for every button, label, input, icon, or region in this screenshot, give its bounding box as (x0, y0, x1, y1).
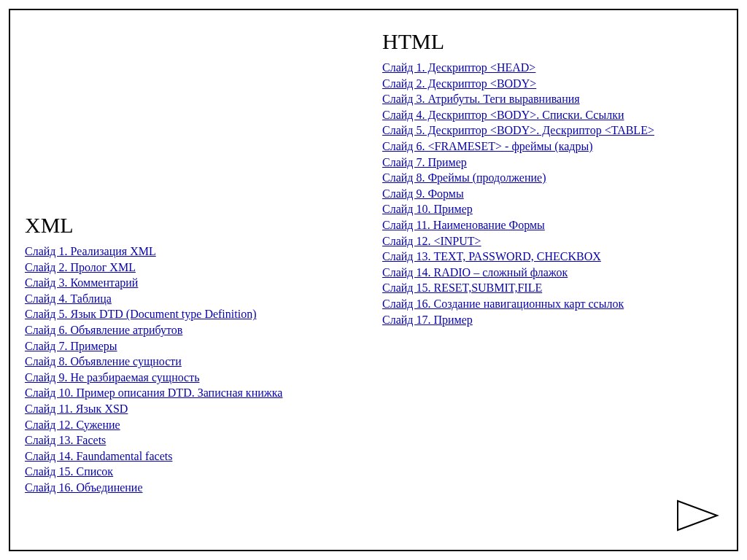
xml-link-12[interactable]: Слайд 12. Сужение (25, 419, 120, 431)
play-button[interactable] (676, 499, 719, 532)
svg-marker-0 (678, 501, 717, 530)
html-link-5[interactable]: Слайд 5. Дескриптор <BODY>. Дескриптор <… (382, 124, 654, 136)
xml-link-1[interactable]: Слайд 1. Реализация XML (25, 245, 156, 257)
html-link-1[interactable]: Слайд 1. Дескриптор <HEAD> (382, 61, 535, 74)
html-link-4[interactable]: Слайд 4. Дескриптор <BODY>. Списки. Ссыл… (382, 109, 624, 121)
xml-link-7[interactable]: Слайд 7. Примеры (25, 340, 117, 352)
xml-link-5[interactable]: Слайд 5. Язык DTD (Document type Definit… (25, 308, 256, 320)
html-link-15[interactable]: Слайд 15. RESET,SUBMIT,FILE (382, 281, 542, 294)
html-link-list: Слайд 1. Дескриптор <HEAD>Слайд 2. Дескр… (382, 60, 732, 327)
html-link-8[interactable]: Слайд 8. Фреймы (продолжение) (382, 171, 546, 184)
html-link-7[interactable]: Слайд 7. Пример (382, 156, 467, 168)
xml-link-list: Слайд 1. Реализация XMLСлайд 2. Пролог X… (25, 244, 368, 496)
html-link-13[interactable]: Слайд 13. TEXT, PASSWORD, CHECKBOX (382, 250, 601, 262)
html-link-10[interactable]: Слайд 10. Пример (382, 203, 473, 215)
html-link-17[interactable]: Слайд 17. Пример (382, 314, 473, 326)
xml-link-2[interactable]: Слайд 2. Пролог XML (25, 261, 136, 273)
xml-link-6[interactable]: Слайд 6. Объявление атрибутов (25, 324, 182, 336)
html-heading: HTML (382, 29, 732, 54)
slide-frame: HTML Слайд 1. Дескриптор <HEAD>Слайд 2. … (9, 9, 738, 551)
xml-link-4[interactable]: Слайд 4. Таблица (25, 292, 112, 305)
xml-link-13[interactable]: Слайд 13. Facets (25, 434, 106, 446)
xml-heading: XML (25, 213, 368, 238)
xml-section: XML Слайд 1. Реализация XMLСлайд 2. Прол… (25, 213, 368, 496)
html-link-6[interactable]: Слайд 6. <FRAMESET> - фреймы (кадры) (382, 140, 593, 152)
xml-link-3[interactable]: Слайд 3. Комментарий (25, 276, 138, 289)
play-icon (676, 499, 719, 532)
html-link-14[interactable]: Слайд 14. RADIO – сложный флажок (382, 266, 568, 279)
xml-link-10[interactable]: Слайд 10. Пример описания DTD. Записная … (25, 386, 282, 399)
html-link-16[interactable]: Слайд 16. Создание навигационных карт сс… (382, 298, 624, 310)
xml-link-15[interactable]: Слайд 15. Список (25, 465, 113, 478)
xml-link-8[interactable]: Слайд 8. Объявление сущности (25, 355, 182, 368)
xml-link-14[interactable]: Слайд 14. Faundamental facets (25, 450, 172, 462)
xml-link-11[interactable]: Слайд 11. Язык XSD (25, 402, 128, 415)
html-link-3[interactable]: Слайд 3. Атрибуты. Теги выравнивания (382, 93, 580, 105)
html-section: HTML Слайд 1. Дескриптор <HEAD>Слайд 2. … (382, 29, 732, 327)
xml-link-16[interactable]: Слайд 16. Объединение (25, 481, 143, 494)
html-link-2[interactable]: Слайд 2. Дескриптор <BODY> (382, 77, 536, 90)
html-link-11[interactable]: Слайд 11. Наименование Формы (382, 219, 545, 231)
xml-link-9[interactable]: Слайд 9. Не разбираемая сущность (25, 371, 199, 384)
html-link-9[interactable]: Слайд 9. Формы (382, 187, 464, 200)
html-link-12[interactable]: Слайд 12. <INPUT> (382, 235, 481, 247)
